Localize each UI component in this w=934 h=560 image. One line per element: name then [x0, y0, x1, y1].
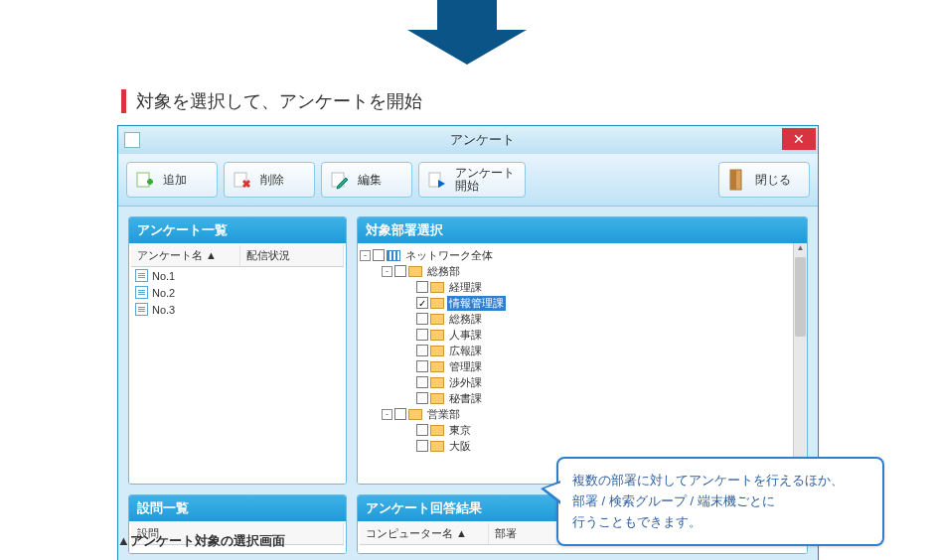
- door-icon: [725, 168, 749, 192]
- svg-rect-5: [730, 170, 736, 190]
- svg-rect-0: [137, 173, 149, 187]
- document-icon: [135, 286, 148, 299]
- tree-checkbox[interactable]: [394, 265, 406, 277]
- survey-list-header: アンケート一覧: [129, 217, 346, 243]
- department-icon: [430, 282, 444, 293]
- tree-toggle-icon: [403, 282, 414, 293]
- tree-node[interactable]: 秘書課: [360, 390, 805, 406]
- tree-checkbox[interactable]: [416, 360, 428, 372]
- tree-toggle-icon: [403, 346, 414, 356]
- tree-toggle-icon: [403, 361, 414, 372]
- start-survey-button[interactable]: アンケート開始: [418, 162, 526, 198]
- department-icon: [430, 425, 444, 436]
- col-computer-name[interactable]: コンピューター名 ▲: [360, 523, 489, 544]
- tree-scrollbar[interactable]: ▲ ▼: [793, 243, 807, 484]
- tree-toggle-icon: [403, 441, 414, 452]
- department-icon: [430, 361, 444, 372]
- window-title: アンケート: [146, 131, 818, 149]
- scroll-up-icon[interactable]: ▲: [794, 243, 807, 255]
- tree-node[interactable]: -営業部: [360, 406, 805, 422]
- close-button-label: 閉じる: [755, 174, 791, 187]
- tree-checkbox[interactable]: [394, 408, 406, 420]
- tree-node[interactable]: 管理課: [360, 358, 805, 374]
- tree-node[interactable]: -総務部: [360, 263, 805, 279]
- add-button[interactable]: 追加: [126, 162, 218, 198]
- tree-node-label: 人事課: [447, 328, 484, 343]
- tree-checkbox[interactable]: [416, 329, 428, 341]
- survey-list-item[interactable]: No.3: [131, 301, 344, 318]
- window-close-button[interactable]: ✕: [782, 128, 816, 150]
- tree-node[interactable]: 渉外課: [360, 374, 805, 390]
- tree-toggle-icon[interactable]: -: [360, 250, 371, 261]
- tree-toggle-icon[interactable]: -: [382, 266, 392, 277]
- survey-name: No.2: [152, 287, 175, 299]
- tree-node[interactable]: 総務課: [360, 311, 805, 327]
- callout-line3: 行うこともできます。: [572, 512, 868, 533]
- tree-node-label: 総務部: [425, 264, 462, 279]
- tree-node[interactable]: 人事課: [360, 327, 805, 343]
- col-survey-name[interactable]: アンケート名 ▲: [131, 245, 240, 266]
- tree-node-label: 経理課: [447, 280, 484, 295]
- tree-checkbox[interactable]: [416, 313, 428, 325]
- tree-checkbox[interactable]: ✓: [416, 297, 428, 309]
- tree-checkbox[interactable]: [416, 281, 428, 293]
- tree-toggle-icon: [403, 393, 414, 404]
- tree-toggle-icon: [403, 314, 414, 325]
- survey-name: No.3: [152, 304, 175, 316]
- survey-list-item[interactable]: No.1: [131, 267, 344, 284]
- department-icon: [430, 393, 444, 404]
- department-icon: [430, 377, 444, 388]
- callout-tooltip: 複数の部署に対してアンケートを行えるほか、 部署 / 検索グループ / 端末機ご…: [556, 457, 884, 546]
- department-icon: [408, 409, 422, 420]
- tree-node-label: 東京: [447, 423, 473, 438]
- tree-node-label: 営業部: [425, 407, 462, 422]
- edit-button[interactable]: 編集: [321, 162, 412, 198]
- tree-toggle-icon: [403, 298, 414, 309]
- tree-checkbox[interactable]: [416, 440, 428, 452]
- tree-node[interactable]: 経理課: [360, 279, 805, 295]
- document-icon: [135, 269, 148, 282]
- department-icon: [430, 330, 444, 341]
- delete-button[interactable]: 削除: [224, 162, 315, 198]
- document-icon: [135, 303, 148, 316]
- tree-node-label: 秘書課: [447, 391, 484, 406]
- title-bar: アンケート ✕: [118, 126, 818, 154]
- play-icon: [425, 168, 449, 192]
- col-delivery-status[interactable]: 配信状況: [240, 245, 344, 266]
- survey-list-panel: アンケート一覧 アンケート名 ▲ 配信状況 No.1No.2No.3: [128, 216, 347, 485]
- add-icon: [133, 168, 157, 192]
- dept-tree[interactable]: -ネットワーク全体-総務部経理課✓情報管理課総務課人事課広報課管理課渉外課秘書課…: [358, 243, 807, 484]
- department-icon: [408, 266, 422, 277]
- edit-icon: [328, 168, 352, 192]
- tree-checkbox[interactable]: [416, 392, 428, 404]
- edit-button-label: 編集: [358, 174, 382, 187]
- app-icon: [124, 132, 140, 148]
- tree-checkbox[interactable]: [373, 249, 385, 261]
- tree-node[interactable]: -ネットワーク全体: [360, 247, 805, 263]
- tree-node-label: 渉外課: [447, 375, 484, 390]
- department-icon: [430, 298, 444, 309]
- survey-list-item[interactable]: No.2: [131, 284, 344, 301]
- dept-select-panel: 対象部署選択 -ネットワーク全体-総務部経理課✓情報管理課総務課人事課広報課管理…: [357, 216, 808, 485]
- tree-checkbox[interactable]: [416, 376, 428, 388]
- tree-node[interactable]: 大阪: [360, 438, 805, 454]
- survey-list-columns: アンケート名 ▲ 配信状況: [131, 245, 344, 267]
- tree-checkbox[interactable]: [416, 424, 428, 436]
- tree-node[interactable]: 東京: [360, 422, 805, 438]
- tree-node-label: 総務課: [447, 312, 484, 327]
- tree-node-label: 広報課: [447, 344, 484, 358]
- network-icon: [387, 250, 400, 261]
- scroll-thumb[interactable]: [795, 257, 806, 337]
- department-icon: [430, 314, 444, 325]
- start-survey-button-label: アンケート開始: [455, 167, 515, 193]
- delete-button-label: 削除: [260, 174, 284, 187]
- dept-select-header: 対象部署選択: [358, 217, 807, 243]
- tree-toggle-icon[interactable]: -: [382, 409, 392, 420]
- tree-toggle-icon: [403, 425, 414, 436]
- tree-node-label: ネットワーク全体: [403, 248, 495, 263]
- tree-node[interactable]: 広報課: [360, 343, 805, 358]
- close-button[interactable]: 閉じる: [718, 162, 810, 198]
- question-list-header: 設問一覧: [129, 495, 346, 521]
- tree-node[interactable]: ✓情報管理課: [360, 295, 805, 311]
- tree-checkbox[interactable]: [416, 345, 428, 356]
